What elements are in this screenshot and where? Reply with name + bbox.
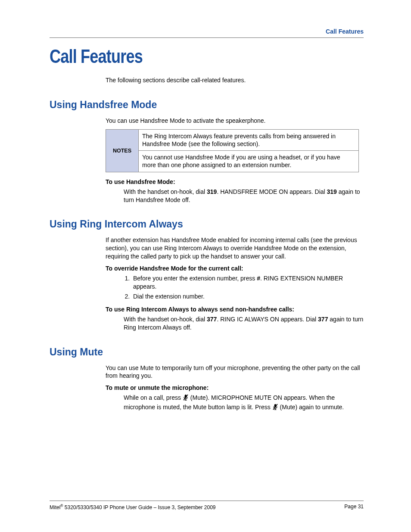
key-hash: # <box>257 275 260 282</box>
page-number: Page 31 <box>344 504 364 510</box>
chapter-title: Call Features <box>50 46 307 67</box>
list-item: Dial the extension number. <box>131 292 364 301</box>
chapter-intro: The following sections describe call-rel… <box>106 77 364 84</box>
step-text: With the handset on-hook, dial 319. HAND… <box>124 188 364 204</box>
text-fragment: . HANDSFREE MODE ON appears. Dial <box>217 188 327 195</box>
note-item: The Ring Intercom Always feature prevent… <box>139 130 358 150</box>
dial-code: 377 <box>207 316 217 323</box>
running-header: Call Features <box>50 28 364 35</box>
icon-label: (Mute) <box>280 404 297 411</box>
mute-icon <box>183 394 189 403</box>
mute-icon <box>272 404 278 413</box>
page-footer: Mitel® 5320/5330/5340 IP Phone User Guid… <box>50 501 364 510</box>
footer-brand: Mitel <box>50 504 60 510</box>
step-text: With the handset on-hook, dial 377. RING… <box>124 315 364 332</box>
text-fragment: While on a call, press <box>124 394 183 401</box>
list-item: Before you enter the extension number, p… <box>131 274 364 291</box>
section-mute: Using Mute You can use Mute to temporari… <box>50 346 364 413</box>
notes-box: NOTES The Ring Intercom Always feature p… <box>106 129 359 172</box>
footer-left: Mitel® 5320/5330/5340 IP Phone User Guid… <box>50 504 216 510</box>
document-page: Call Features Call Features The followin… <box>0 0 411 532</box>
dial-code: 377 <box>318 316 328 323</box>
dial-code: 319 <box>327 188 337 195</box>
handsfree-intro: You can use Handsfree Mode to activate t… <box>106 117 364 125</box>
step-text: While on a call, press (Mute). MICROPHON… <box>124 394 364 413</box>
text-fragment: . RING IC ALWAYS ON appears. Dial <box>217 316 318 323</box>
step-heading: To use Handsfree Mode: <box>106 178 364 185</box>
note-item: You cannot use Handsfree Mode if you are… <box>139 151 358 171</box>
section-heading-ring: Using Ring Intercom Always <box>50 218 364 230</box>
text-fragment: With the handset on-hook, dial <box>124 316 207 323</box>
step-heading: To mute or unmute the microphone: <box>106 384 364 391</box>
section-handsfree: Using Handsfree Mode You can use Handsfr… <box>50 99 364 204</box>
dial-code: 319 <box>207 188 217 195</box>
header-rule <box>50 37 364 38</box>
text-fragment: again to unmute. <box>297 404 344 411</box>
ring-intro: If another extension has Handsfree Mode … <box>106 236 364 261</box>
footer-doc-info: 5320/5330/5340 IP Phone User Guide – Iss… <box>63 504 216 510</box>
mute-intro: You can use Mute to temporarily turn off… <box>106 364 364 380</box>
section-heading-mute: Using Mute <box>50 346 364 358</box>
step-heading: To override Handsfree Mode for the curre… <box>106 265 364 272</box>
footer-rule <box>50 501 364 501</box>
step-heading: To use Ring Intercom Always to always se… <box>106 306 364 313</box>
notes-label: NOTES <box>106 129 139 172</box>
section-ring-intercom: Using Ring Intercom Always If another ex… <box>50 218 364 331</box>
section-heading-handsfree: Using Handsfree Mode <box>50 99 364 111</box>
text-fragment: With the handset on-hook, dial <box>124 188 207 195</box>
icon-label: (Mute) <box>190 394 208 401</box>
text-fragment: Before you enter the extension number, p… <box>133 275 257 282</box>
numbered-list: Before you enter the extension number, p… <box>131 274 364 301</box>
